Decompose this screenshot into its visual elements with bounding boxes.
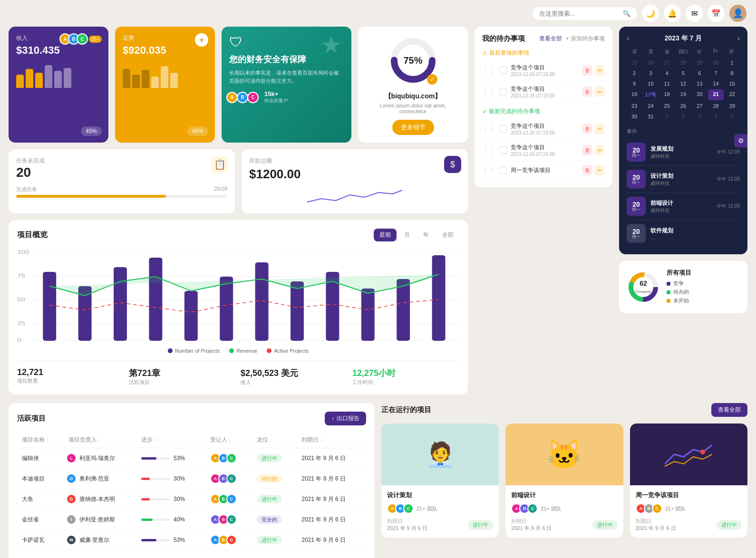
overview-header: 项目概览 星期 月 年 全部 xyxy=(17,229,459,241)
todo-edit-btn-5[interactable]: ✏ xyxy=(594,165,605,175)
cal-day-5[interactable]: 5 xyxy=(676,68,691,78)
drag-handle-5[interactable]: ⋮⋮ xyxy=(482,166,495,174)
todo-delete-btn-4[interactable]: 🗑 xyxy=(582,145,592,155)
todo-delete-btn-1[interactable]: 🗑 xyxy=(582,65,592,76)
user-avatar[interactable]: 👤 xyxy=(729,5,746,22)
cal-day-15[interactable]: 15 xyxy=(725,79,740,88)
calendar-settings-icon[interactable]: ⚙ xyxy=(734,134,747,147)
cal-day-20[interactable]: 20 xyxy=(692,89,707,100)
cal-day-6[interactable]: 6 xyxy=(692,68,707,78)
todo-checkbox-4[interactable] xyxy=(499,146,507,154)
todo-edit-btn-1[interactable]: ✏ xyxy=(594,65,605,76)
search-input[interactable] xyxy=(539,10,619,17)
savings-card: 存款总额 $1200.00 $ xyxy=(242,149,468,213)
todo-view-all[interactable]: 查看全部 xyxy=(539,35,562,43)
cal-day-27[interactable]: 27 xyxy=(692,101,707,111)
cal-day-3[interactable]: 3 xyxy=(643,68,658,78)
cal-day-4-next[interactable]: 4 xyxy=(708,112,723,121)
more-details-button[interactable]: 更多细节 xyxy=(392,120,434,135)
event-3-day-label: 周一 xyxy=(632,208,640,212)
cal-day-27-prev[interactable]: 27 xyxy=(659,58,675,67)
task-icon: 📋 xyxy=(211,156,228,173)
view-all-button[interactable]: 查看全部 xyxy=(711,403,747,417)
cal-day-3-next[interactable]: 3 xyxy=(692,112,707,121)
todo-edit-btn-3[interactable]: ✏ xyxy=(594,124,605,134)
cal-day-17[interactable]: 17号 xyxy=(643,89,658,100)
col-due[interactable]: 到期日 ↕ xyxy=(297,432,366,448)
cal-day-2[interactable]: 2 xyxy=(627,68,642,78)
search-box[interactable]: 🔍 xyxy=(533,7,637,20)
todo-edit-btn-4[interactable]: ✏ xyxy=(594,145,605,155)
period-week-btn[interactable]: 星期 xyxy=(374,229,397,241)
todo-add-btn[interactable]: + 添加待办事项 xyxy=(566,35,605,43)
cal-day-21-today[interactable]: 21 xyxy=(708,89,723,100)
cal-day-29[interactable]: 29 xyxy=(725,101,740,111)
todo-checkbox-1[interactable] xyxy=(499,67,507,74)
cal-day-19[interactable]: 19 xyxy=(676,89,691,100)
todo-delete-btn-2[interactable]: 🗑 xyxy=(582,87,592,97)
cal-day-1-next[interactable]: 1 xyxy=(659,112,675,121)
cal-day-10[interactable]: 10 xyxy=(643,79,658,88)
todo-checkbox-5[interactable] xyxy=(499,166,507,174)
drag-handle-3[interactable]: ⋮⋮ xyxy=(482,125,495,133)
drag-handle-2[interactable]: ⋮⋮ xyxy=(482,88,495,96)
cal-day-31[interactable]: 31 xyxy=(643,112,658,121)
row5-progress: 53% xyxy=(136,530,205,550)
col-owner[interactable]: 项目负责人 ↕ xyxy=(64,432,136,448)
bell-icon[interactable]: 🔔 xyxy=(664,5,681,22)
col-name[interactable]: 项目名称 ↕ xyxy=(17,432,64,448)
cal-day-28-prev[interactable]: 28 xyxy=(676,58,691,67)
period-year-btn[interactable]: 年 xyxy=(417,229,435,241)
cal-day-9[interactable]: 9 xyxy=(627,79,642,88)
cal-day-26[interactable]: 26 xyxy=(676,101,691,111)
cal-day-14[interactable]: 14 xyxy=(708,79,723,88)
cal-day-24[interactable]: 24 xyxy=(643,101,658,111)
cal-day-25-prev[interactable]: 25 xyxy=(627,58,642,67)
col-assignee[interactable]: 受让人 ↕ xyxy=(205,432,252,448)
todo-checkbox-2[interactable] xyxy=(499,88,507,96)
cal-day-1[interactable]: 1 xyxy=(725,58,740,67)
cal-day-26-prev[interactable]: 26 xyxy=(643,58,658,67)
cal-day-7[interactable]: 7 xyxy=(708,68,723,78)
cal-day-5-next[interactable]: 5 xyxy=(725,112,740,121)
drag-handle-4[interactable]: ⋮⋮ xyxy=(482,146,495,154)
running-projects-title: 正在运行的项目 xyxy=(381,405,431,414)
customer-count: 15k+ xyxy=(264,90,288,97)
add-button[interactable]: + xyxy=(195,33,208,47)
cal-day-8[interactable]: 8 xyxy=(725,68,740,78)
cal-day-22[interactable]: 22 xyxy=(725,89,740,100)
cal-day-11[interactable]: 11 xyxy=(659,79,675,88)
cal-day-18[interactable]: 18 xyxy=(659,89,675,100)
av-6: C xyxy=(226,473,237,484)
cal-day-4[interactable]: 4 xyxy=(659,68,675,78)
export-report-button[interactable]: ↑ 出口报告 xyxy=(325,412,366,425)
cal-day-12[interactable]: 12 xyxy=(676,79,691,88)
calendar-icon[interactable]: 📅 xyxy=(708,5,725,22)
cal-day-29-prev[interactable]: 29 xyxy=(692,58,707,67)
todo-checkbox-3[interactable] xyxy=(499,125,507,133)
stat-revenue-label: 收入 xyxy=(241,379,348,386)
cal-prev-btn[interactable]: ‹ xyxy=(627,34,629,43)
moon-icon[interactable]: 🌙 xyxy=(642,5,659,22)
cal-day-16[interactable]: 16 xyxy=(627,89,642,100)
cal-day-28[interactable]: 28 xyxy=(708,101,723,111)
cal-day-23[interactable]: 23 xyxy=(627,101,642,111)
cal-day-25[interactable]: 25 xyxy=(659,101,675,111)
cal-day-13[interactable]: 13 xyxy=(692,79,707,88)
cal-day-30-prev[interactable]: 30 xyxy=(708,58,723,67)
cal-day-30[interactable]: 30 xyxy=(627,112,642,121)
todo-delete-btn-3[interactable]: 🗑 xyxy=(582,124,592,134)
period-month-btn[interactable]: 月 xyxy=(398,229,416,241)
period-all-btn[interactable]: 全部 xyxy=(436,229,459,241)
todo-delete-btn-5[interactable]: 🗑 xyxy=(582,165,592,175)
cal-day-2-next[interactable]: 2 xyxy=(676,112,691,121)
col-progress[interactable]: 进步 ↕ xyxy=(136,432,205,448)
row4-due: 2021 年 9 月 6 日 xyxy=(297,510,366,530)
drag-handle-1[interactable]: ⋮⋮ xyxy=(482,67,495,74)
calendar-days-grid: 25 26 27 28 29 30 1 2 3 4 5 6 7 8 9 10 1 xyxy=(627,58,740,121)
cal-next-btn[interactable]: › xyxy=(737,34,740,43)
todo-edit-btn-2[interactable]: ✏ xyxy=(594,87,605,97)
expense-card: 花费 $920.035 + 45% xyxy=(115,27,215,143)
col-position[interactable]: 龙位 ↕ xyxy=(252,432,297,448)
mail-icon[interactable]: ✉ xyxy=(686,5,703,22)
